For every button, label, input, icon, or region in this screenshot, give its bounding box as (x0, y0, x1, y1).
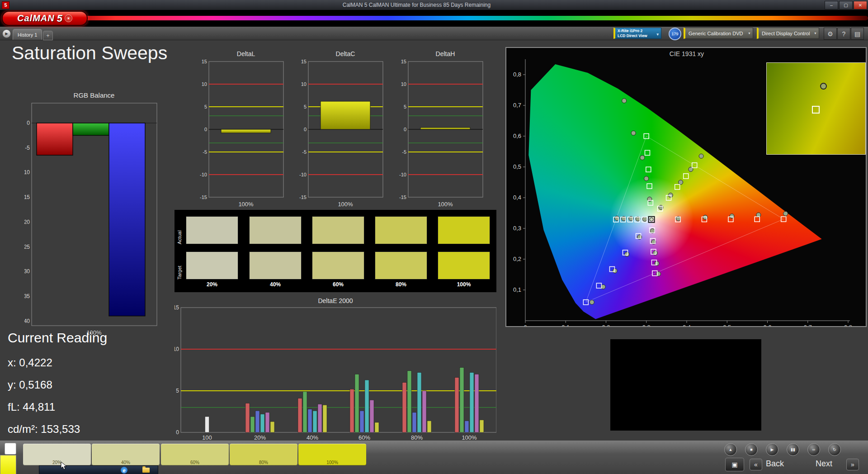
target-swatch-20% (186, 251, 238, 280)
calman-logo[interactable]: CalMAN 5 ▼ (2, 11, 88, 26)
stop-button[interactable]: ■ (745, 443, 758, 456)
display-control-dropdown[interactable]: Direct Display Control ▼ (757, 28, 819, 39)
swatch-column-label: 100% (438, 281, 490, 288)
active-pattern-swatch[interactable] (0, 455, 16, 474)
gear-icon: ⚙ (827, 30, 833, 38)
svg-text:100: 100 (202, 434, 212, 441)
target-swatch-100% (438, 251, 490, 280)
reading-fl: fL: 44,811 (8, 401, 107, 413)
tab-bar: ▶ History 1 + X-Rite i1Pro 2 LCD Direct … (0, 27, 868, 40)
pattern-step-20%[interactable]: 20% (23, 444, 91, 465)
svg-text:15: 15 (301, 59, 307, 64)
svg-text:15: 15 (401, 59, 406, 64)
measured-point-marker (820, 83, 827, 90)
white-pattern-swatch[interactable] (5, 443, 16, 455)
back-button[interactable]: Back (766, 459, 784, 469)
loop-button[interactable]: ∞ (807, 443, 820, 456)
svg-text:100%: 100% (238, 201, 254, 208)
svg-text:-10: -10 (24, 169, 30, 175)
rgb-balance-svg: RGB Balance0-5-10-15-20-25-30-35-40100% (24, 90, 160, 338)
svg-text:80%: 80% (411, 434, 423, 441)
target-point-marker (812, 106, 820, 114)
svg-text:-5: -5 (25, 145, 30, 151)
browser-icon[interactable]: e (121, 467, 127, 474)
svg-text:-5: -5 (203, 149, 207, 155)
delta_l-svg: DeltaL151050-5-10-15100% (191, 50, 286, 209)
svg-text:10: 10 (202, 81, 207, 87)
target-swatch-40% (249, 251, 302, 280)
svg-text:0,6: 0,6 (513, 133, 521, 139)
settings-button[interactable]: ⚙ (824, 28, 837, 40)
svg-text:10: 10 (301, 81, 307, 87)
delta_h-svg: DeltaH151050-5-10-15100% (390, 50, 485, 209)
folder-icon[interactable] (142, 468, 150, 473)
close-button[interactable]: ✕ (854, 1, 867, 9)
logo-text: CalMAN (17, 13, 55, 24)
pattern-step-100%[interactable]: 100% (298, 444, 366, 465)
pattern-step-label: 60% (161, 460, 229, 465)
pattern-step-40%[interactable]: 40% (92, 444, 160, 465)
source-dropdown[interactable]: Generic Calibration DVD ▼ (684, 28, 753, 39)
add-tab-button[interactable]: + (43, 31, 53, 40)
pause-button[interactable]: ▮▮ (787, 443, 799, 456)
svg-text:-35: -35 (24, 293, 30, 299)
delta-e-2000-chart: DeltaE 200005101510020%40%60%80%100% (175, 298, 496, 443)
pattern-step-label: 100% (298, 460, 366, 465)
tab-history-1[interactable]: History 1 (13, 29, 42, 40)
svg-text:100%: 100% (338, 201, 353, 208)
pattern-step-label: 20% (23, 460, 91, 465)
titlebar: 5 CalMAN 5 CalMAN Ultimate for Business … (0, 0, 868, 10)
row-label-actual: Actual (177, 216, 182, 244)
taskbar-fragment: e (39, 465, 158, 474)
svg-text:5: 5 (404, 104, 406, 109)
svg-text:0,3: 0,3 (642, 324, 651, 326)
svg-text:10: 10 (175, 346, 179, 352)
play-button[interactable]: ▶ (766, 443, 778, 456)
eject-button[interactable]: ▲ (724, 443, 737, 456)
svg-text:0,5: 0,5 (723, 324, 731, 326)
svg-text:DeltaC: DeltaC (336, 50, 355, 57)
next-button[interactable]: Next (816, 459, 832, 469)
window-title: CalMAN 5 CalMAN Ultimate for Business 85… (9, 2, 824, 8)
current-reading-panel: Current Reading x: 0,4222 y: 0,5168 fL: … (8, 330, 107, 445)
svg-text:0: 0 (27, 120, 30, 126)
svg-text:DeltaH: DeltaH (436, 50, 455, 57)
svg-text:RGB Balance: RGB Balance (74, 91, 115, 99)
meter-dropdown[interactable]: X-Rite i1Pro 2 LCD Direct View ▼ (613, 28, 661, 39)
svg-text:100%: 100% (462, 434, 477, 441)
actual-swatch-60% (312, 216, 364, 244)
actual-swatch-80% (375, 216, 427, 244)
next-chevron-button[interactable]: » (846, 459, 859, 470)
window-pattern-button[interactable]: ▣ (725, 458, 744, 471)
mouse-cursor (61, 461, 69, 470)
tab-scroll-button[interactable]: ▶ (2, 29, 11, 38)
help-button[interactable]: ? (837, 28, 850, 40)
help-icon: ? (842, 30, 846, 38)
maximize-button[interactable]: ▢ (839, 1, 853, 9)
layout-button[interactable]: ▤ (851, 28, 864, 40)
back-chevron-button[interactable]: « (750, 459, 762, 470)
logo-dropdown-icon[interactable]: ▼ (65, 14, 72, 22)
chevron-down-icon: ▼ (748, 32, 751, 35)
delta-e-svg: DeltaE 200005101510020%40%60%80%100% (175, 298, 496, 443)
pattern-step-80%[interactable]: 80% (230, 444, 297, 465)
minimize-button[interactable]: – (825, 1, 838, 9)
target-swatch-80% (375, 251, 427, 280)
svg-text:0: 0 (176, 429, 179, 436)
delta-h-chart: DeltaH151050-5-10-15100% (390, 50, 485, 209)
svg-text:-30: -30 (24, 268, 30, 275)
svg-text:0,4: 0,4 (513, 194, 521, 201)
svg-text:-25: -25 (24, 244, 30, 250)
svg-text:-5: -5 (402, 149, 406, 155)
meter-line1: X-Rite i1Pro 2 (618, 28, 661, 33)
pattern-step-60%[interactable]: 60% (161, 444, 229, 465)
svg-text:-40: -40 (24, 318, 30, 324)
svg-text:-15: -15 (200, 194, 207, 200)
chevron-down-icon: ▼ (814, 32, 817, 35)
svg-text:0,8: 0,8 (513, 71, 521, 78)
actual-swatch-40% (249, 216, 302, 244)
refresh-button[interactable]: ↻ (828, 443, 841, 456)
svg-text:100%: 100% (438, 201, 453, 208)
app-icon: 5 (2, 1, 9, 9)
actual-target-swatch-table: Actual Target 20%40%60%80%100% (175, 210, 496, 292)
